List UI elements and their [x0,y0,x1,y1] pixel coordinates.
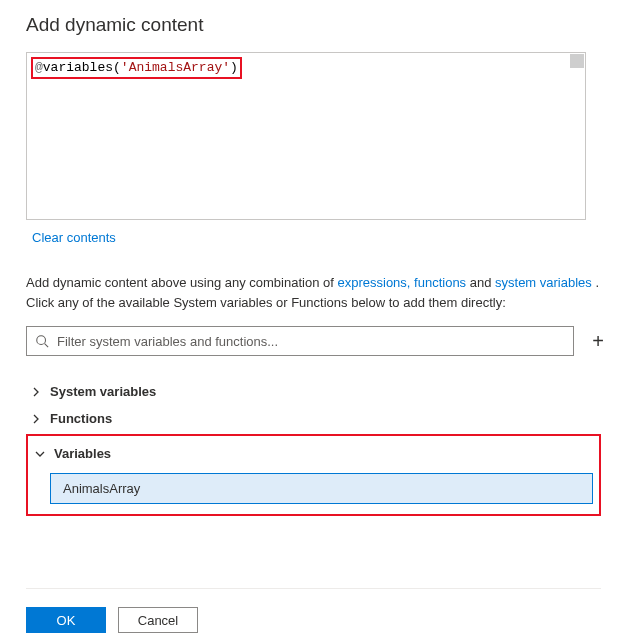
add-button[interactable]: + [588,331,608,351]
variable-item-animalsarray[interactable]: AnimalsArray [50,473,593,504]
expr-token-arg: 'AnimalsArray' [121,60,230,75]
hint-text: Add dynamic content above using any comb… [26,273,601,312]
link-system-variables[interactable]: system variables [495,275,592,290]
section-label: Variables [54,446,111,461]
section-system-variables[interactable]: System variables [26,378,601,405]
scrollbar-thumb[interactable] [570,54,584,68]
section-functions[interactable]: Functions [26,405,601,432]
dialog-title: Add dynamic content [26,14,601,36]
expr-token-close: ) [230,60,238,75]
expression-highlight: @variables('AnimalsArray') [31,57,242,79]
svg-line-1 [45,344,49,348]
filter-input-wrapper[interactable] [26,326,574,356]
expr-token-fn: variables [43,60,113,75]
link-expressions-functions[interactable]: expressions, functions [337,275,466,290]
cancel-button[interactable]: Cancel [118,607,198,633]
expr-token-open: ( [113,60,121,75]
section-label: Functions [50,411,112,426]
section-variables[interactable]: Variables [34,440,593,467]
filter-input[interactable] [55,333,565,350]
section-label: System variables [50,384,156,399]
expr-token-at: @ [35,60,43,75]
svg-point-0 [37,336,46,345]
chevron-right-icon [30,386,42,398]
variables-highlight-box: Variables AnimalsArray [26,434,601,516]
search-icon [35,334,49,348]
clear-contents-link[interactable]: Clear contents [32,230,116,245]
chevron-right-icon [30,413,42,425]
ok-button[interactable]: OK [26,607,106,633]
expression-editor[interactable]: @variables('AnimalsArray') [26,52,586,220]
chevron-down-icon [34,448,46,460]
